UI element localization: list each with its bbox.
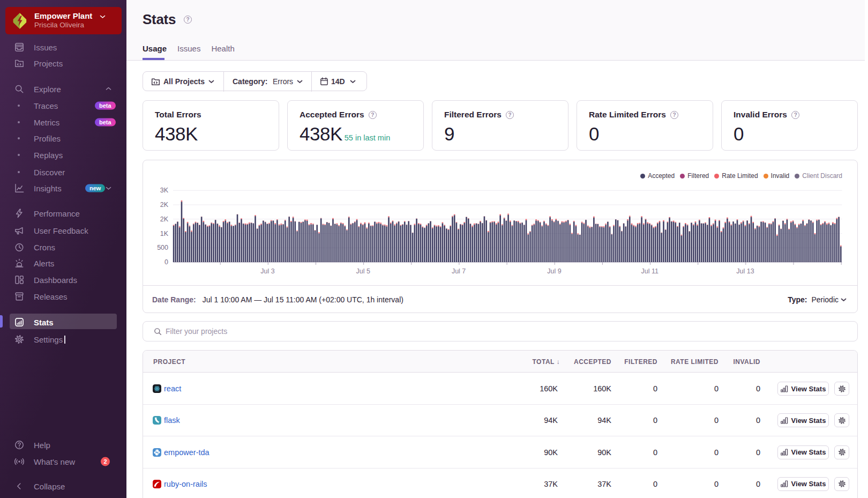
svg-text:0: 0 — [164, 258, 168, 266]
svg-text:2K: 2K — [160, 215, 169, 223]
svg-text:2K: 2K — [160, 201, 169, 209]
svg-text:Jul 11: Jul 11 — [641, 267, 658, 275]
svg-text:Jul 9: Jul 9 — [547, 267, 561, 275]
svg-text:Jul 7: Jul 7 — [452, 267, 466, 275]
svg-text:500: 500 — [157, 244, 168, 251]
svg-text:3K: 3K — [160, 187, 169, 194]
svg-text:Jul 3: Jul 3 — [260, 267, 274, 275]
svg-text:Jul 5: Jul 5 — [356, 267, 370, 275]
svg-text:1K: 1K — [160, 230, 169, 237]
svg-text:Jul 13: Jul 13 — [736, 267, 754, 275]
